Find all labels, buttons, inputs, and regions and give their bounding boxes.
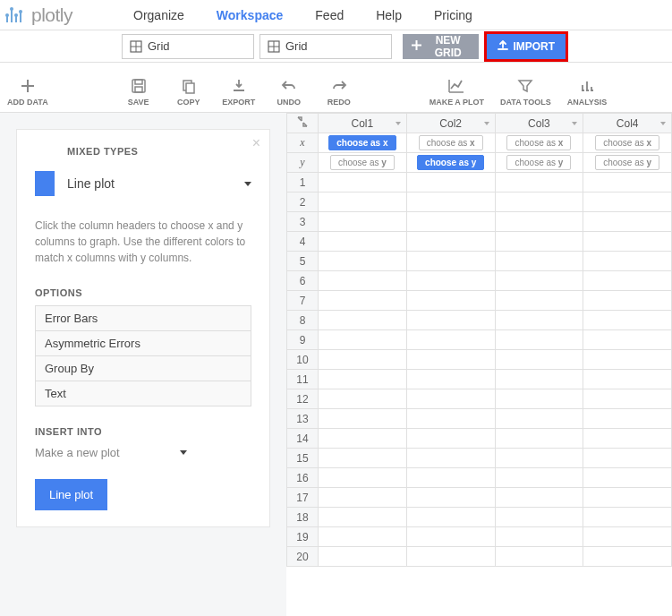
grid-cell[interactable]	[406, 173, 495, 192]
close-icon[interactable]: ×	[252, 135, 260, 151]
grid-cell[interactable]	[406, 547, 495, 567]
row-header[interactable]: 6	[287, 271, 319, 291]
grid-cell[interactable]	[406, 527, 495, 547]
row-header[interactable]: 8	[287, 311, 319, 330]
grid-cell[interactable]	[318, 409, 406, 429]
choose-y-col1[interactable]: choose as y	[330, 155, 395, 170]
grid-cell[interactable]	[495, 429, 583, 449]
choose-x-col1[interactable]: choose as x	[328, 135, 396, 150]
grid-cell[interactable]	[495, 232, 583, 252]
grid-cell[interactable]	[318, 291, 406, 311]
grid-cell[interactable]	[318, 192, 406, 212]
grid-cell[interactable]	[495, 192, 583, 212]
tool-redo[interactable]: REDO	[322, 76, 356, 107]
grid-cell[interactable]	[583, 508, 672, 527]
grid-cell[interactable]	[406, 468, 495, 488]
grid-cell[interactable]	[406, 389, 495, 409]
tool-undo[interactable]: UNDO	[272, 76, 306, 107]
grid-cell[interactable]	[583, 212, 672, 232]
grid-cell[interactable]	[495, 527, 583, 547]
row-header[interactable]: 15	[287, 449, 319, 468]
col-header-col1[interactable]: Col1	[318, 114, 406, 133]
grid-cell[interactable]	[318, 173, 406, 192]
grid-cell[interactable]	[318, 311, 406, 330]
grid-cell[interactable]	[583, 173, 672, 192]
row-header[interactable]: 18	[287, 508, 319, 527]
grid-cell[interactable]	[318, 527, 406, 547]
col-header-col2[interactable]: Col2	[406, 114, 495, 133]
grid-cell[interactable]	[583, 330, 672, 350]
choose-x-col2[interactable]: choose as x	[419, 135, 483, 150]
grid-cell[interactable]	[406, 488, 495, 508]
grid-cell[interactable]	[318, 468, 406, 488]
insert-into-select[interactable]: Make a new plot	[35, 446, 187, 459]
grid-cell[interactable]	[318, 350, 406, 370]
grid-cell[interactable]	[583, 449, 672, 468]
row-header[interactable]: 2	[287, 192, 319, 212]
grid-cell[interactable]	[406, 409, 495, 429]
grid-cell[interactable]	[495, 291, 583, 311]
grid-corner[interactable]	[287, 114, 319, 133]
row-header[interactable]: 11	[287, 370, 319, 389]
grid-cell[interactable]	[318, 429, 406, 449]
grid-cell[interactable]	[583, 232, 672, 252]
grid-cell[interactable]	[583, 389, 672, 409]
row-header[interactable]: 10	[287, 350, 319, 370]
grid-cell[interactable]	[406, 311, 495, 330]
grid-cell[interactable]	[583, 468, 672, 488]
grid-cell[interactable]	[318, 252, 406, 271]
grid-cell[interactable]	[583, 252, 672, 271]
grid-cell[interactable]	[318, 212, 406, 232]
tool-add-data[interactable]: ADD DATA	[7, 76, 48, 107]
row-header[interactable]: 13	[287, 409, 319, 429]
grid-cell[interactable]	[495, 449, 583, 468]
grid-cell[interactable]	[406, 212, 495, 232]
grid-cell[interactable]	[406, 330, 495, 350]
grid-cell[interactable]	[495, 488, 583, 508]
grid-cell[interactable]	[318, 330, 406, 350]
grid-cell[interactable]	[406, 291, 495, 311]
option-asymmetric-errors[interactable]: Asymmetric Errors	[36, 331, 251, 356]
grid-cell[interactable]	[406, 449, 495, 468]
tool-save[interactable]: SAVE	[122, 76, 156, 107]
grid-cell[interactable]	[495, 252, 583, 271]
choose-x-col4[interactable]: choose as x	[595, 135, 659, 150]
tool-data-tools[interactable]: DATA TOOLS	[500, 76, 551, 107]
nav-organize[interactable]: Organize	[117, 8, 200, 22]
grid-cell[interactable]	[495, 173, 583, 192]
grid-cell[interactable]	[406, 370, 495, 389]
grid-cell[interactable]	[406, 192, 495, 212]
tool-export[interactable]: EXPORT	[222, 76, 256, 107]
nav-workspace[interactable]: Workspace	[200, 8, 299, 22]
choose-y-col3[interactable]: choose as y	[506, 155, 571, 170]
choose-y-col4[interactable]: choose as y	[595, 155, 659, 170]
grid-cell[interactable]	[495, 409, 583, 429]
grid-cell[interactable]	[583, 370, 672, 389]
col-header-col3[interactable]: Col3	[495, 114, 583, 133]
tool-analysis[interactable]: ANALYSIS	[567, 76, 608, 107]
option-error-bars[interactable]: Error Bars	[36, 306, 251, 331]
grid-cell[interactable]	[495, 350, 583, 370]
grid-cell[interactable]	[495, 271, 583, 291]
grid-cell[interactable]	[583, 271, 672, 291]
grid-cell[interactable]	[318, 232, 406, 252]
row-header[interactable]: 12	[287, 389, 319, 409]
option-group-by[interactable]: Group By	[36, 356, 251, 381]
plot-type-select[interactable]: Line plot	[67, 176, 251, 191]
row-header[interactable]: 9	[287, 330, 319, 350]
row-header[interactable]: 14	[287, 429, 319, 449]
grid-cell[interactable]	[406, 350, 495, 370]
option-text[interactable]: Text	[36, 381, 251, 406]
nav-feed[interactable]: Feed	[299, 8, 360, 22]
tab-0[interactable]: Grid	[122, 34, 254, 59]
grid-cell[interactable]	[318, 547, 406, 567]
grid-cell[interactable]	[406, 271, 495, 291]
grid-cell[interactable]	[583, 488, 672, 508]
logo[interactable]: plotly	[5, 4, 72, 26]
grid-cell[interactable]	[318, 508, 406, 527]
choose-y-col2[interactable]: choose as y	[417, 155, 484, 170]
grid-cell[interactable]	[495, 330, 583, 350]
grid-cell[interactable]	[583, 429, 672, 449]
grid-cell[interactable]	[495, 468, 583, 488]
grid-cell[interactable]	[406, 429, 495, 449]
